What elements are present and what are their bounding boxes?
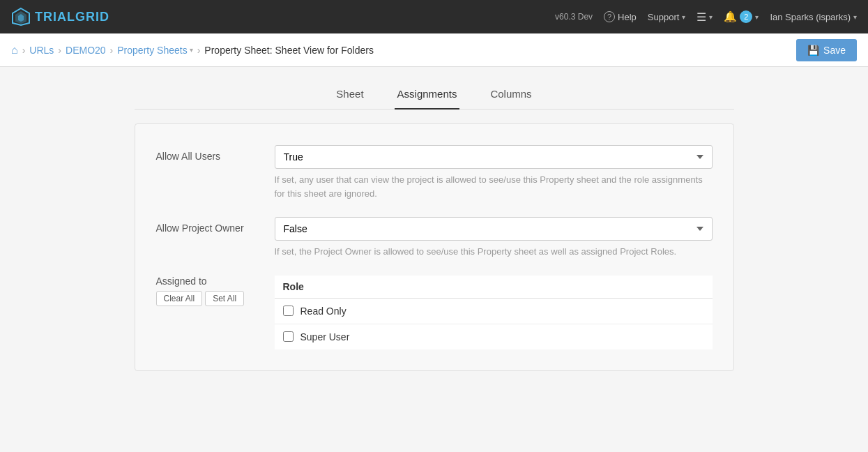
allow-project-owner-label: Allow Project Owner [156,217,261,234]
support-dropdown-arrow: ▾ [682,13,685,21]
urls-link[interactable]: URLs [29,45,54,56]
read-only-label[interactable]: Read Only [300,306,347,317]
allow-all-users-label: Allow All Users [156,145,261,162]
logo-icon [11,7,31,27]
help-nav-item[interactable]: ? Help [604,11,637,22]
section-dropdown-group[interactable]: Property Sheets ▾ [117,45,192,56]
breadcrumb-bar: ⌂ › URLs › DEMO20 › Property Sheets ▾ › … [0,33,868,67]
allow-all-users-select[interactable]: True False [275,145,713,169]
navbar-left: TRIALGRID [11,7,109,27]
assigned-to-btn-group: Clear All Set All [156,291,261,306]
form-card: Allow All Users True False If set, any u… [135,123,734,371]
save-icon: 💾 [807,45,819,56]
assigned-to-row: Assigned to Clear All Set All Role Read … [156,276,713,349]
super-user-label[interactable]: Super User [300,331,350,342]
tabs: Sheet Assignments Columns [135,81,734,110]
allow-project-owner-control: True False If set, the Project Owner is … [275,217,713,259]
page-title: Property Sheet: Sheet View for Folders [204,45,374,56]
notification-nav-item[interactable]: 🔔 2 ▾ [724,10,759,23]
allow-all-users-control: True False If set, any user that can vie… [275,145,713,200]
save-button[interactable]: 💾 Save [796,39,857,61]
help-label[interactable]: Help [618,12,637,22]
version-label: v60.3 Dev [555,12,593,22]
breadcrumb: ⌂ › URLs › DEMO20 › Property Sheets ▾ › … [11,44,374,56]
sep-2: › [58,45,61,56]
role-row-read-only: Read Only [275,299,713,324]
sep-4: › [197,45,201,56]
project-link[interactable]: DEMO20 [66,45,106,56]
set-all-button[interactable]: Set All [205,291,244,306]
logo-trial: TRIAL [35,10,75,24]
logo-text: TRIALGRID [35,10,109,24]
help-question-icon: ? [604,11,615,22]
section-dropdown-arrow: ▾ [190,46,193,54]
allow-all-users-row: Allow All Users True False If set, any u… [156,145,713,200]
notification-dropdown-arrow: ▾ [755,13,759,21]
tab-assignments[interactable]: Assignments [395,81,460,110]
roles-table: Role Read Only Super User [275,276,713,349]
notification-badge: 2 [740,10,752,23]
assigned-to-label: Assigned to [156,276,261,287]
tab-sheet[interactable]: Sheet [333,81,366,110]
bell-icon: 🔔 [724,10,737,23]
allow-project-owner-row: Allow Project Owner True False If set, t… [156,217,713,259]
sep-3: › [110,45,114,56]
user-nav-item[interactable]: Ian Sparks (isparks) ▾ [770,12,857,22]
user-dropdown-arrow: ▾ [853,13,857,21]
section-link[interactable]: Property Sheets [117,45,187,56]
navbar: TRIALGRID v60.3 Dev ? Help Support ▾ ☰ ▾… [0,0,868,33]
allow-all-users-hint: If set, any user that can view the proje… [275,173,713,200]
save-label: Save [823,45,846,56]
menu-dropdown-arrow: ▾ [709,13,713,21]
menu-icon: ☰ [696,10,706,24]
roles-header: Role [275,276,713,299]
user-label: Ian Sparks (isparks) [770,12,851,22]
main-content: Sheet Assignments Columns Allow All User… [121,67,748,385]
role-row-super-user: Super User [275,324,713,349]
menu-nav-item[interactable]: ☰ ▾ [696,10,713,24]
sep-1: › [22,45,26,56]
clear-all-button[interactable]: Clear All [156,291,203,306]
app-logo: TRIALGRID [11,7,109,27]
read-only-checkbox[interactable] [283,306,294,316]
navbar-right: v60.3 Dev ? Help Support ▾ ☰ ▾ 🔔 2 ▾ Ian… [555,10,857,24]
support-nav-item[interactable]: Support ▾ [648,12,686,22]
logo-grid: GRID [75,10,109,24]
allow-project-owner-select[interactable]: True False [275,217,713,241]
support-label[interactable]: Support [648,12,680,22]
allow-project-owner-hint: If set, the Project Owner is allowed to … [275,245,713,259]
super-user-checkbox[interactable] [283,331,294,342]
home-link[interactable]: ⌂ [11,44,18,56]
assigned-to-label-group: Assigned to Clear All Set All [156,276,261,306]
tab-columns[interactable]: Columns [487,81,534,110]
